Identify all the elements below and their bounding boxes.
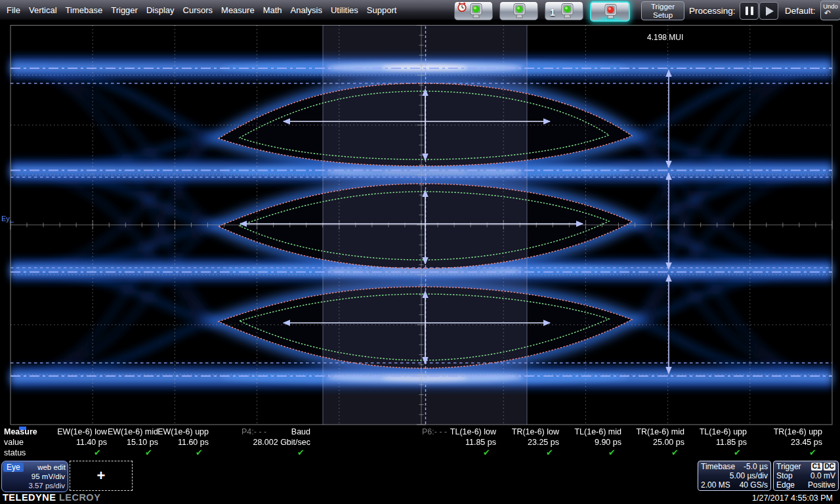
measure-name: EW(1e-6) low bbox=[57, 427, 107, 437]
row-label-status: status bbox=[4, 448, 56, 458]
menu-item-trigger[interactable]: Trigger bbox=[111, 5, 138, 15]
measure-table: Measure value status EW(1e-6) low11.40 p… bbox=[0, 427, 840, 459]
measure-column-10[interactable]: TR(1e-6) mid25.00 ps✔ bbox=[636, 427, 684, 458]
measure-status-check bbox=[422, 448, 447, 458]
row-label-value: value bbox=[4, 437, 56, 448]
trigger-setup-button[interactable]: Trigger Setup bbox=[641, 1, 684, 20]
menu-bar: FileVerticalTimebaseTriggerDisplayCursor… bbox=[0, 0, 840, 20]
measure-name: TL(1e-6) low bbox=[450, 427, 496, 437]
measure-value: 9.90 ps bbox=[574, 437, 621, 448]
green-light-icon bbox=[511, 3, 528, 20]
trigger-coupling-badge: DC bbox=[824, 463, 835, 471]
menu-item-file[interactable]: File bbox=[7, 5, 20, 15]
measure-column-8[interactable]: TR(1e-6) low23.25 ps✔ bbox=[512, 427, 559, 458]
mui-readout: 4.198 MUI bbox=[647, 33, 683, 42]
menu-item-support[interactable]: Support bbox=[367, 5, 397, 15]
pause-icon bbox=[746, 7, 753, 15]
measure-value: 11.40 ps bbox=[57, 437, 107, 448]
trigger-setup-line1: Trigger bbox=[651, 3, 675, 11]
measure-value: 25.00 ps bbox=[636, 437, 684, 448]
measure-status-check: ✔ bbox=[636, 448, 684, 458]
measure-status-check: ✔ bbox=[57, 448, 107, 458]
measure-status-check: ✔ bbox=[158, 448, 209, 458]
measure-column-9[interactable]: TL(1e-6) mid9.90 ps✔ bbox=[574, 427, 621, 458]
measure-value: 11.85 ps bbox=[700, 437, 747, 448]
measure-status-check: ✔ bbox=[774, 448, 822, 458]
trigger-single-button[interactable]: 1 bbox=[545, 1, 583, 20]
measure-name: EW(1e-6) upp bbox=[158, 427, 209, 437]
measure-column-6[interactable]: P6:- - - bbox=[422, 427, 447, 458]
eye-trace-descriptor[interactable]: Eye web edit 95 mV/div 3.57 ps/div bbox=[1, 461, 68, 492]
timebase-scale: 5.00 µs/div bbox=[730, 471, 768, 480]
menu-item-utilities[interactable]: Utilities bbox=[331, 5, 358, 15]
measure-name: TL(1e-6) upp bbox=[700, 427, 747, 437]
timebase-rate: 40 GS/s bbox=[740, 480, 768, 490]
menu-item-math[interactable]: Math bbox=[263, 5, 282, 15]
trigger-normal-button[interactable] bbox=[499, 1, 538, 20]
timebase-descriptor[interactable]: Timebase -5.0 µs 5.00 µs/div 2.00 MS 40 … bbox=[698, 461, 771, 491]
measure-value: 15.10 ps bbox=[108, 437, 158, 448]
trigger-mode: Stop bbox=[776, 471, 793, 480]
measure-column-5[interactable]: Baud28.002 Gbit/sec✔ bbox=[253, 427, 310, 458]
green-light-icon bbox=[558, 3, 576, 20]
trace-vertical-scale: 95 mV/div bbox=[2, 472, 68, 481]
trigger-descriptor[interactable]: Trigger C1 DC Stop 0.0 mV Edge Positive bbox=[773, 461, 839, 491]
menu-item-timebase[interactable]: Timebase bbox=[66, 5, 103, 15]
trigger-title: Trigger bbox=[776, 462, 801, 471]
datetime-readout: 1/27/2017 4:55:03 PM bbox=[752, 494, 833, 503]
undo-button[interactable]: Undo ↶ bbox=[820, 1, 840, 20]
measure-value: 11.60 ps bbox=[158, 437, 209, 448]
trigger-level: 0.0 mV bbox=[810, 471, 835, 480]
measure-row-labels: Measure value status bbox=[4, 427, 56, 458]
measure-column-11[interactable]: TL(1e-6) upp11.85 ps✔ bbox=[700, 427, 747, 458]
single-one-label: 1 bbox=[550, 7, 555, 18]
timebase-title: Timebase bbox=[701, 462, 735, 471]
measure-name: TL(1e-6) mid bbox=[574, 427, 621, 437]
oscilloscope-screen: FileVerticalTimebaseTriggerDisplayCursor… bbox=[0, 0, 840, 504]
add-trace-box[interactable]: + bbox=[70, 461, 133, 491]
measure-name: TR(1e-6) mid bbox=[636, 427, 684, 437]
trigger-slope: Positive bbox=[808, 480, 835, 490]
menu-item-cursors[interactable]: Cursors bbox=[183, 5, 213, 15]
clock-icon bbox=[457, 2, 467, 12]
measure-name: TR(1e-6) upp bbox=[774, 427, 822, 437]
default-label: Default: bbox=[785, 6, 816, 16]
measure-value bbox=[422, 437, 447, 448]
menu-item-display[interactable]: Display bbox=[146, 5, 175, 15]
eye-diagram-graph: 4.198 MUI Ey_ bbox=[0, 25, 840, 427]
trigger-auto-button[interactable] bbox=[454, 1, 493, 20]
measure-column-3[interactable]: EW(1e-6) upp11.60 ps✔ bbox=[158, 427, 209, 458]
trigger-setup-line2: Setup bbox=[653, 11, 673, 20]
play-button[interactable] bbox=[759, 2, 778, 20]
green-light-icon bbox=[467, 3, 484, 20]
measure-value: 11.85 ps bbox=[450, 437, 496, 448]
trigger-source-badge: C1 bbox=[811, 463, 822, 471]
measure-status-check: ✔ bbox=[700, 448, 747, 458]
measure-name: EW(1e-6) mid bbox=[108, 427, 158, 437]
trace-edit-label: web edit bbox=[37, 463, 68, 471]
trigger-stop-button[interactable] bbox=[590, 1, 630, 22]
brand-lecroy: LECROY bbox=[59, 492, 100, 503]
timebase-offset: -5.0 µs bbox=[744, 462, 768, 471]
trace-name-chip[interactable]: Eye bbox=[3, 463, 24, 472]
measure-status-check: ✔ bbox=[253, 448, 310, 458]
measure-status-check: ✔ bbox=[108, 448, 158, 458]
measure-column-7[interactable]: TL(1e-6) low11.85 ps✔ bbox=[450, 427, 496, 458]
menu-item-vertical[interactable]: Vertical bbox=[29, 5, 57, 15]
red-light-icon bbox=[602, 3, 619, 20]
processing-label: Processing: bbox=[689, 6, 736, 16]
trace-horizontal-scale: 3.57 ps/div bbox=[2, 481, 68, 490]
timebase-samples: 2.00 MS bbox=[701, 480, 730, 490]
measure-value: 23.25 ps bbox=[512, 437, 559, 448]
trace-label[interactable]: Ey_ bbox=[1, 215, 14, 222]
measure-status-check: ✔ bbox=[450, 448, 496, 458]
measure-status-check: ✔ bbox=[574, 448, 621, 458]
menu-item-analysis[interactable]: Analysis bbox=[291, 5, 322, 15]
measure-column-2[interactable]: EW(1e-6) mid15.10 ps✔ bbox=[108, 427, 158, 458]
menu-item-measure[interactable]: Measure bbox=[221, 5, 255, 15]
undo-icon: ↶ bbox=[821, 10, 840, 17]
trigger-type: Edge bbox=[776, 480, 795, 490]
measure-column-12[interactable]: TR(1e-6) upp23.45 ps✔ bbox=[774, 427, 822, 458]
pause-button[interactable] bbox=[740, 2, 759, 20]
measure-column-1[interactable]: EW(1e-6) low11.40 ps✔ bbox=[57, 427, 107, 458]
